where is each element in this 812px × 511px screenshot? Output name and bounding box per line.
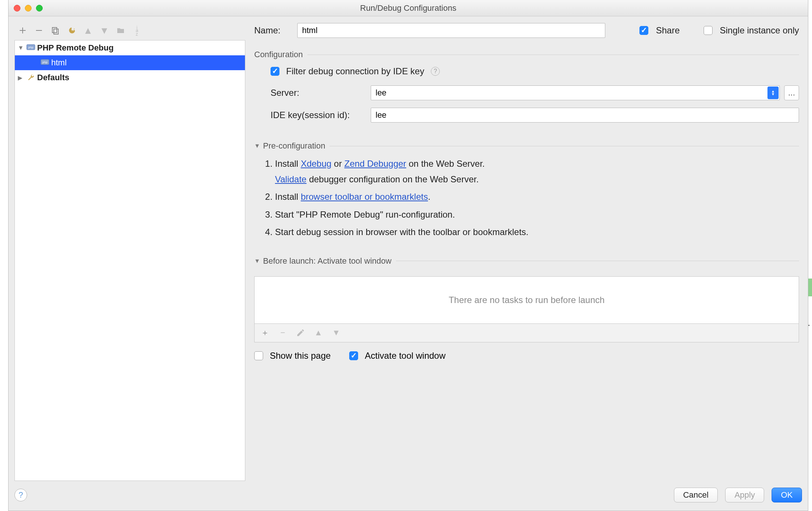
copy-config-button[interactable] bbox=[50, 25, 60, 36]
step-text: or bbox=[334, 159, 344, 169]
server-select[interactable]: lee ▲▼ bbox=[371, 85, 780, 100]
before-launch-empty-text: There are no tasks to run before launch bbox=[255, 277, 799, 323]
server-label: Server: bbox=[271, 88, 363, 98]
xdebug-link[interactable]: Xdebug bbox=[301, 159, 331, 169]
run-debug-dialog: Run/Debug Configurations bbox=[8, 0, 808, 511]
before-launch-task-list: There are no tasks to run before launch bbox=[254, 276, 799, 324]
svg-text:php: php bbox=[28, 46, 33, 49]
preconfig-section-label: Pre-configuration bbox=[263, 141, 325, 151]
new-folder-button[interactable] bbox=[115, 25, 126, 36]
svg-text:php: php bbox=[42, 61, 48, 64]
single-instance-checkbox[interactable] bbox=[704, 26, 713, 35]
step-text: Install bbox=[275, 159, 301, 169]
tree-node-html[interactable]: php html bbox=[15, 55, 245, 70]
titlebar: Run/Debug Configurations bbox=[9, 0, 808, 16]
svg-rect-1 bbox=[54, 29, 58, 34]
select-stepper-icon: ▲▼ bbox=[767, 87, 779, 99]
filter-ide-key-label: Filter debug connection by IDE key bbox=[286, 66, 424, 77]
edit-task-button[interactable] bbox=[295, 328, 306, 338]
move-task-down-button[interactable]: ▼ bbox=[331, 328, 341, 338]
separator bbox=[307, 55, 799, 55]
step-text: debugger configuration on the Web Server… bbox=[309, 174, 479, 184]
window-title: Run/Debug Configurations bbox=[360, 3, 456, 13]
php-debug-icon: php bbox=[26, 44, 36, 52]
name-label: Name: bbox=[254, 25, 290, 36]
preconfig-step-1: Install Xdebug or Zend Debugger on the W… bbox=[275, 157, 799, 185]
remove-config-button[interactable] bbox=[34, 25, 44, 36]
show-this-page-checkbox[interactable] bbox=[254, 351, 263, 360]
activate-tool-window-label: Activate tool window bbox=[365, 351, 445, 361]
zoom-window-button[interactable] bbox=[36, 5, 43, 12]
preconfig-steps: Install Xdebug or Zend Debugger on the W… bbox=[254, 157, 799, 244]
tree-node-label: PHP Remote Debug bbox=[37, 43, 114, 53]
close-window-button[interactable] bbox=[14, 5, 20, 12]
before-launch-toolbar: ＋ − ▲ ▼ bbox=[254, 324, 799, 342]
step-text: . bbox=[428, 192, 430, 202]
cancel-button[interactable]: Cancel bbox=[674, 488, 718, 502]
chevron-down-icon: ▼ bbox=[18, 45, 24, 51]
help-button[interactable]: ? bbox=[14, 489, 27, 501]
chevron-down-icon[interactable]: ▼ bbox=[254, 143, 260, 149]
chevron-down-icon[interactable]: ▼ bbox=[254, 258, 260, 264]
add-config-button[interactable] bbox=[17, 25, 28, 36]
name-input[interactable] bbox=[297, 23, 605, 38]
filter-ide-key-checkbox[interactable] bbox=[271, 67, 279, 76]
activate-tool-window-checkbox[interactable] bbox=[349, 351, 358, 360]
background-left-gutter bbox=[0, 0, 8, 511]
share-label: Share bbox=[656, 25, 680, 36]
window-controls bbox=[14, 5, 43, 12]
browser-bookmarklets-link[interactable]: browser toolbar or bookmarklets bbox=[301, 192, 428, 202]
validate-link[interactable]: Validate bbox=[275, 174, 307, 184]
tree-node-php-remote-debug[interactable]: ▼ php PHP Remote Debug bbox=[15, 40, 245, 55]
zend-debugger-link[interactable]: Zend Debugger bbox=[344, 159, 406, 169]
save-template-button[interactable] bbox=[66, 25, 77, 36]
separator bbox=[396, 261, 799, 261]
tree-node-label: Defaults bbox=[37, 73, 69, 82]
separator bbox=[330, 146, 799, 146]
minimize-window-button[interactable] bbox=[25, 5, 32, 12]
configuration-section-label: Configuration bbox=[254, 50, 303, 59]
tree-node-label: html bbox=[51, 58, 67, 68]
single-instance-label: Single instance only bbox=[720, 25, 799, 36]
preconfig-step-3: Start "PHP Remote Debug" run-configurati… bbox=[275, 208, 799, 221]
ide-key-input[interactable] bbox=[371, 108, 799, 123]
move-up-button[interactable]: ▲ bbox=[83, 25, 93, 36]
add-task-button[interactable]: ＋ bbox=[260, 328, 270, 338]
move-down-button[interactable]: ▼ bbox=[99, 25, 109, 36]
apply-button[interactable]: Apply bbox=[725, 488, 764, 502]
ide-key-label: IDE key(session id): bbox=[271, 110, 363, 120]
wrench-icon bbox=[26, 74, 36, 82]
server-value: lee bbox=[376, 88, 386, 98]
sort-alpha-button[interactable]: ↓az bbox=[132, 25, 142, 36]
before-launch-section-label: Before launch: Activate tool window bbox=[263, 256, 392, 266]
preconfig-step-2: Install browser toolbar or bookmarklets. bbox=[275, 191, 799, 203]
move-task-up-button[interactable]: ▲ bbox=[313, 328, 324, 338]
help-icon[interactable]: ? bbox=[431, 67, 440, 76]
config-toolbar: ▲ ▼ ↓az bbox=[14, 23, 245, 38]
php-debug-icon: php bbox=[40, 59, 50, 67]
chevron-right-icon: ▶ bbox=[18, 74, 24, 81]
show-this-page-label: Show this page bbox=[270, 351, 331, 361]
config-tree[interactable]: ▼ php PHP Remote Debug php html ▶ bbox=[14, 40, 245, 481]
svg-rect-0 bbox=[52, 27, 57, 33]
ok-button[interactable]: OK bbox=[772, 488, 802, 502]
server-browse-button[interactable]: … bbox=[784, 85, 799, 100]
preconfig-step-4: Start debug session in browser with the … bbox=[275, 226, 799, 238]
step-text: on the Web Server. bbox=[409, 159, 485, 169]
share-checkbox[interactable] bbox=[639, 26, 648, 35]
step-text: Install bbox=[275, 192, 301, 202]
tree-node-defaults[interactable]: ▶ Defaults bbox=[15, 70, 245, 85]
remove-task-button[interactable]: − bbox=[278, 328, 288, 338]
